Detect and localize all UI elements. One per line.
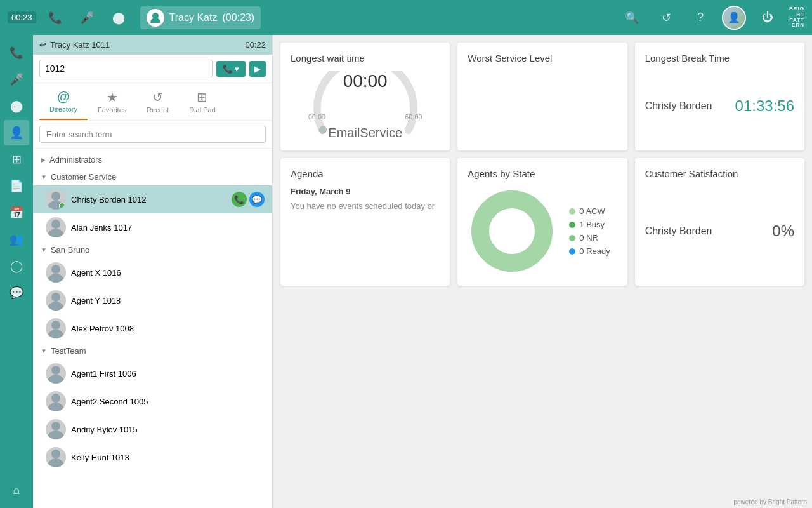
group-testteam[interactable]: ▼ TestTeam bbox=[33, 342, 272, 359]
status-topbar-icon[interactable]: ⬤ bbox=[106, 5, 131, 30]
call-bar-name: ↩ Tracy Katz 1011 bbox=[39, 40, 110, 50]
legend-label-busy: 1 Busy bbox=[579, 220, 605, 229]
dialpad-tab-label: Dial Pad bbox=[189, 106, 216, 114]
dial-button[interactable]: 📞 ▾ bbox=[216, 61, 246, 77]
topbar-user-icon bbox=[147, 9, 164, 27]
forward-button[interactable]: ▶ bbox=[249, 61, 266, 77]
tab-directory[interactable]: @ Directory bbox=[39, 87, 88, 120]
svg-point-3 bbox=[51, 265, 60, 274]
tab-recent[interactable]: ↺ Recent bbox=[136, 87, 179, 120]
refresh-topbar-icon[interactable]: ↺ bbox=[653, 5, 679, 30]
list-item[interactable]: Alex Petrov 1008 bbox=[33, 314, 272, 342]
phone-sidebar-icon[interactable]: 📞 bbox=[4, 40, 29, 65]
dir-tabs: @ Directory ★ Favorites ↺ Recent ⊞ Dial … bbox=[33, 83, 272, 121]
chat-sidebar-icon[interactable]: 💬 bbox=[4, 280, 29, 305]
legend-label-acw: 0 ACW bbox=[579, 206, 605, 216]
list-item[interactable]: Andriy Bylov 1015 bbox=[33, 415, 272, 443]
testteam-arrow-icon: ▼ bbox=[41, 347, 47, 354]
widget-title-agenda: Agenda bbox=[291, 168, 440, 179]
topbar: 00:23 📞 🎤 ⬤ Tracy Katz (00:23) 🔍 ↺ ? 👤 ⏻… bbox=[0, 0, 812, 35]
widget-longest-break: Longest Break Time Christy Borden 01:33:… bbox=[635, 43, 804, 150]
brand-logo: BRIGHTPATTERN bbox=[789, 6, 804, 29]
stats-sidebar-icon[interactable]: ◯ bbox=[4, 253, 29, 279]
widget-csat: Customer Satisfaction Christy Borden 0% bbox=[635, 158, 804, 286]
gauge-labels: 00:00 60:00 bbox=[308, 113, 422, 121]
group-administrators[interactable]: ▶ Administrators bbox=[33, 151, 272, 168]
list-item[interactable]: Agent2 Second 1005 bbox=[33, 387, 272, 415]
svg-point-12 bbox=[490, 209, 534, 253]
list-item[interactable]: Alan Jenks 1017 bbox=[33, 213, 272, 241]
dir-item-left: Christy Borden 1012 bbox=[46, 189, 147, 210]
power-topbar-icon[interactable]: ⏻ bbox=[755, 5, 780, 30]
dir-item-left: Agent Y 1018 bbox=[46, 290, 121, 311]
directory-tab-icon: @ bbox=[57, 90, 70, 104]
status-sidebar-icon[interactable]: ⬤ bbox=[4, 93, 29, 119]
gauge-start-label: 00:00 bbox=[308, 113, 326, 121]
tab-favorites[interactable]: ★ Favorites bbox=[88, 87, 136, 120]
mic-sidebar-icon[interactable]: 🎤 bbox=[4, 67, 29, 92]
contacts-sidebar-icon[interactable]: 👥 bbox=[4, 227, 29, 252]
widget-title-longest-wait: Longest wait time bbox=[291, 53, 440, 64]
gauge-end-label: 60:00 bbox=[405, 113, 422, 121]
widget-agenda: Agenda Friday, March 9 You have no event… bbox=[280, 158, 450, 286]
user-avatar[interactable]: 👤 bbox=[722, 6, 746, 30]
svg-point-1 bbox=[51, 192, 60, 201]
san-bruno-label: San Bruno bbox=[51, 245, 89, 255]
list-item[interactable]: Agent1 First 1006 bbox=[33, 359, 272, 387]
person-sidebar-icon[interactable]: 👤 bbox=[4, 120, 29, 145]
tab-dialpad[interactable]: ⊞ Dial Pad bbox=[179, 87, 226, 120]
calendar-sidebar-icon[interactable]: 📅 bbox=[4, 200, 29, 225]
svg-point-6 bbox=[51, 366, 60, 375]
svg-point-9 bbox=[51, 450, 60, 458]
lbt-name: Christy Borden bbox=[645, 100, 712, 112]
dir-item-left: Alex Petrov 1008 bbox=[46, 318, 134, 338]
call-icon: ↩ bbox=[39, 40, 46, 50]
legend-item-ready: 0 Ready bbox=[569, 246, 610, 256]
list-item[interactable]: Christy Borden 1012 📞 💬 bbox=[33, 185, 272, 213]
note-sidebar-icon[interactable]: 📄 bbox=[4, 173, 29, 199]
csat-content: Christy Borden 0% bbox=[645, 187, 794, 276]
dir-list: ▶ Administrators ▼ Customer Service Chri… bbox=[33, 149, 272, 508]
home-sidebar-icon[interactable]: ⌂ bbox=[4, 478, 29, 503]
dir-item-left: Andriy Bylov 1015 bbox=[46, 419, 138, 439]
list-item[interactable]: Agent X 1016 bbox=[33, 258, 272, 286]
phone-topbar-icon[interactable]: 📞 bbox=[43, 5, 68, 30]
dir-search-area bbox=[33, 121, 272, 149]
topbar-user[interactable]: Tracy Katz (00:23) bbox=[140, 6, 261, 29]
agenda-empty-text: You have no events scheduled today or bbox=[291, 201, 440, 211]
dial-area: 📞 ▾ ▶ bbox=[33, 55, 272, 83]
svg-point-8 bbox=[51, 422, 60, 431]
search-topbar-icon[interactable]: 🔍 bbox=[619, 5, 645, 30]
svg-point-2 bbox=[51, 220, 60, 229]
svg-point-5 bbox=[51, 321, 60, 330]
mic-topbar-icon[interactable]: 🎤 bbox=[74, 5, 100, 30]
legend-item-nr: 0 NR bbox=[569, 233, 610, 243]
avatar bbox=[46, 363, 66, 384]
main-content: Longest wait time 00:00 00:00 60:00 Emai… bbox=[273, 35, 812, 508]
widget-title-csat: Customer Satisfaction bbox=[645, 168, 794, 179]
directory-panel: ↩ Tracy Katz 1011 00:22 📞 ▾ ▶ @ Director… bbox=[33, 35, 273, 508]
contact-name: Alex Petrov 1008 bbox=[71, 324, 134, 333]
topbar-username: Tracy Katz bbox=[169, 12, 218, 23]
list-item[interactable]: Agent Y 1018 bbox=[33, 286, 272, 314]
list-item[interactable]: Kelly Hunt 1013 bbox=[33, 443, 272, 471]
topbar-timer: 00:23 bbox=[8, 11, 36, 23]
contact-name: Agent X 1016 bbox=[71, 268, 121, 277]
help-topbar-icon[interactable]: ? bbox=[688, 5, 713, 30]
call-contact-button[interactable]: 📞 bbox=[232, 192, 247, 207]
dir-search-input[interactable] bbox=[39, 126, 266, 143]
grid-sidebar-icon[interactable]: ⊞ bbox=[4, 147, 29, 172]
group-san-bruno[interactable]: ▼ San Bruno bbox=[33, 241, 272, 258]
dir-item-left: Kelly Hunt 1013 bbox=[46, 447, 129, 467]
dial-input[interactable] bbox=[39, 60, 213, 77]
call-contact-name: Tracy Katz 1011 bbox=[50, 40, 110, 50]
main-layout: 📞 🎤 ⬤ 👤 ⊞ 📄 📅 👥 ◯ 💬 ⌂ ↩ Tracy Katz 1011 … bbox=[0, 35, 812, 508]
group-customer-service[interactable]: ▼ Customer Service bbox=[33, 168, 272, 185]
call-timer: 00:22 bbox=[245, 40, 266, 50]
san-bruno-arrow-icon: ▼ bbox=[41, 246, 47, 253]
csat-name: Christy Borden bbox=[645, 225, 712, 237]
avatar bbox=[46, 290, 66, 311]
customer-service-label: Customer Service bbox=[51, 172, 116, 182]
agents-legend: 0 ACW 1 Busy 0 NR 0 Ready bbox=[569, 206, 610, 256]
chat-contact-button[interactable]: 💬 bbox=[249, 192, 265, 207]
